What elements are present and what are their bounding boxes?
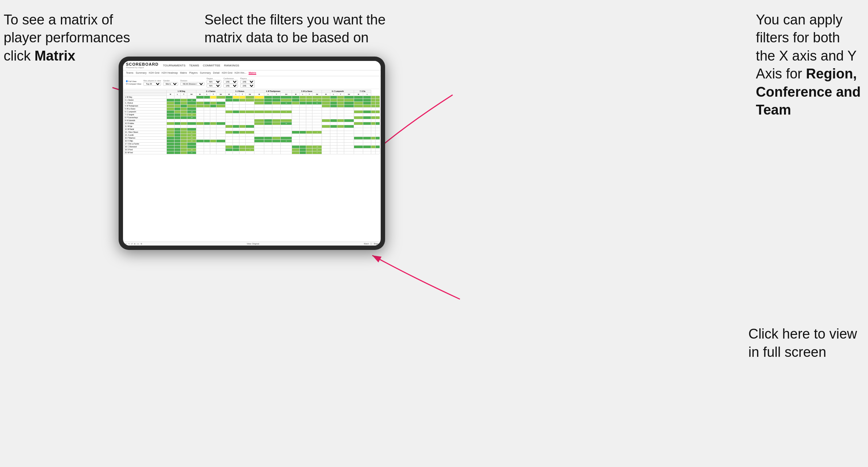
col-header-3: 3. J Koivun xyxy=(225,90,254,93)
nav-committee[interactable]: COMMITTEE xyxy=(203,64,220,67)
nav-rankings[interactable]: RANKINGS xyxy=(224,64,239,67)
matrix-cell xyxy=(281,113,292,116)
matrix-cell xyxy=(181,105,187,108)
view-radio-group: Full View Compact View xyxy=(126,80,141,85)
matrix-cell xyxy=(210,131,216,134)
max-players-select[interactable]: Top 25 xyxy=(143,82,161,86)
matrix-cell xyxy=(264,148,272,151)
matrix-cell xyxy=(246,122,254,125)
matrix-cell xyxy=(344,146,354,148)
table-row: 20. M Ford-117 xyxy=(124,151,380,154)
matrix-cell xyxy=(196,119,204,122)
share-button[interactable]: Share xyxy=(374,243,379,245)
matrix-cell: 13 xyxy=(281,102,292,105)
matrix-cell xyxy=(300,116,306,119)
matrix-cell xyxy=(225,128,233,131)
sub-l-2: L xyxy=(204,93,210,96)
matrix-cell xyxy=(174,96,180,99)
player-name-cell: 6. C Lamprecht xyxy=(124,111,167,113)
reset-icon[interactable]: ↺ xyxy=(131,243,132,245)
matrix-cell xyxy=(363,128,371,131)
matrix-cell xyxy=(167,113,174,116)
conference-select[interactable]: (All) xyxy=(223,80,238,84)
redo-icon[interactable]: ↪ xyxy=(128,243,130,245)
full-view-radio[interactable]: Full View xyxy=(126,80,141,82)
matrix-cell xyxy=(181,96,187,99)
division-select[interactable]: NCAA Division I xyxy=(180,82,204,86)
fullscreen-icon[interactable]: ⛶ xyxy=(370,243,372,245)
matrix-cell xyxy=(204,99,210,102)
tab-h2h-grid-2[interactable]: H2H Grid xyxy=(222,72,232,75)
matrix-cell xyxy=(246,146,254,148)
tab-h2h-grid[interactable]: H2H Grid xyxy=(149,72,160,75)
matrix-cell xyxy=(330,111,337,113)
watch-button[interactable]: Watch xyxy=(364,243,369,245)
matrix-cell xyxy=(167,122,174,125)
tab-detail[interactable]: Detail xyxy=(213,72,219,75)
sub-w-6: W xyxy=(322,93,330,96)
conference-select-2[interactable]: (All) xyxy=(223,84,238,88)
matrix-cell xyxy=(306,131,312,134)
matrix-cell xyxy=(233,148,239,151)
tab-teams[interactable]: Teams xyxy=(126,72,134,75)
matrix-cell xyxy=(272,96,281,99)
players-select-2[interactable]: (All) xyxy=(240,84,255,88)
matrix-cell xyxy=(312,122,322,125)
nav-tournaments[interactable]: TOURNAMENTS xyxy=(163,64,185,67)
matrix-cell xyxy=(181,134,187,137)
sub-t-4: T xyxy=(272,93,281,96)
region-select-2[interactable]: N/A xyxy=(207,84,221,88)
matrix-cell xyxy=(376,151,380,154)
matrix-cell xyxy=(354,134,363,137)
matrix-cell xyxy=(337,128,344,131)
matrix-cell xyxy=(204,119,210,122)
zoom-in-icon[interactable]: □+ xyxy=(137,243,139,245)
matrix-cell xyxy=(246,125,254,128)
matrix-cell xyxy=(187,119,196,122)
compact-view-radio[interactable]: Compact View xyxy=(126,83,141,85)
settings-icon[interactable]: ⚙ xyxy=(141,243,142,245)
tab-summary-2[interactable]: Summary xyxy=(200,72,211,75)
matrix-cell xyxy=(371,111,376,113)
tab-matrix-1[interactable]: Matrix xyxy=(180,72,187,75)
matrix-cell xyxy=(272,105,281,108)
matrix-cell xyxy=(216,151,225,154)
matrix-cell xyxy=(246,151,254,154)
matrix-cell xyxy=(181,140,187,143)
matrix-cell: 7 xyxy=(312,151,322,154)
tab-summary[interactable]: Summary xyxy=(136,72,147,75)
matrix-cell xyxy=(210,108,216,111)
matrix-cell xyxy=(337,122,344,125)
gender-select[interactable]: Men's xyxy=(163,82,178,86)
matrix-cell xyxy=(216,134,225,137)
matrix-cell xyxy=(167,140,174,143)
undo-icon[interactable]: ↩ xyxy=(125,243,127,245)
zoom-icon[interactable]: ⊕ xyxy=(134,243,135,245)
matrix-cell xyxy=(254,122,264,125)
matrix-cell xyxy=(322,102,330,105)
matrix-cell xyxy=(181,128,187,131)
matrix-cell xyxy=(254,140,264,143)
matrix-scroll-area[interactable]: 1. W Ding 2. L Clanton 3. J Koivun 4. M … xyxy=(123,89,381,242)
matrix-cell xyxy=(233,96,239,99)
region-select[interactable]: N/A xyxy=(207,80,221,84)
tab-players[interactable]: Players xyxy=(189,72,197,75)
matrix-cell xyxy=(281,105,292,108)
tab-h2h-hm[interactable]: H2H Hm... xyxy=(235,72,247,75)
sub-l-6: L xyxy=(330,93,337,96)
matrix-cell xyxy=(354,116,363,119)
matrix-cell xyxy=(371,148,376,151)
tab-h2h-heatmap[interactable]: H2H Heatmap xyxy=(162,72,178,75)
matrix-cell xyxy=(330,131,337,134)
tab-matrix-active[interactable]: Matrix xyxy=(249,72,256,75)
matrix-cell xyxy=(292,137,300,140)
matrix-cell xyxy=(233,134,239,137)
nav-teams[interactable]: TEAMS xyxy=(189,64,199,67)
matrix-cell xyxy=(196,137,204,140)
players-select[interactable]: (All) xyxy=(240,80,255,84)
matrix-cell xyxy=(204,125,210,128)
matrix-cell xyxy=(371,119,376,122)
matrix-cell xyxy=(344,140,354,143)
matrix-cell xyxy=(246,113,254,116)
matrix-cell xyxy=(167,137,174,140)
